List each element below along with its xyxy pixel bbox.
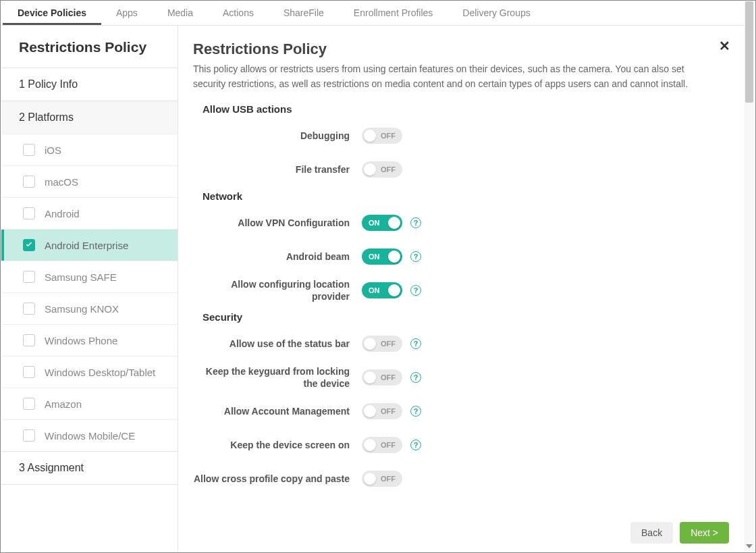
page-description: This policy allows or restricts users fr… xyxy=(193,62,693,91)
toggle-switch[interactable]: OFF xyxy=(362,437,402,453)
platform-label: Samsung SAFE xyxy=(45,271,117,283)
toggle-knob xyxy=(364,130,376,142)
back-button[interactable]: Back xyxy=(630,522,673,544)
platform-item-android-enterprise[interactable]: Android Enterprise xyxy=(1,229,178,261)
platform-label: Windows Phone xyxy=(45,335,117,346)
platform-checkbox[interactable] xyxy=(23,302,35,315)
toggle-state-label: ON xyxy=(369,219,380,227)
sidebar-title: Restrictions Policy xyxy=(1,26,178,68)
platform-label: Samsung KNOX xyxy=(45,303,119,315)
help-icon[interactable]: ? xyxy=(410,217,421,228)
toggle-state-label: OFF xyxy=(381,340,396,348)
top-tab-actions[interactable]: Actions xyxy=(208,1,269,25)
platform-checkbox[interactable] xyxy=(23,239,35,251)
help-icon[interactable]: ? xyxy=(410,285,421,296)
toggle-state-label: ON xyxy=(369,286,380,294)
toggle-state-label: OFF xyxy=(381,373,396,381)
toggle-state-label: ON xyxy=(369,253,380,261)
toggle-knob xyxy=(388,251,400,263)
setting-row: File transferOFF xyxy=(193,155,717,184)
toggle-switch[interactable]: ON xyxy=(362,248,402,265)
platform-item-android[interactable]: Android xyxy=(1,197,178,229)
platform-label: Android xyxy=(45,208,80,219)
top-tab-apps[interactable]: Apps xyxy=(101,1,153,25)
page-scrollbar[interactable] xyxy=(744,1,755,552)
toggle-knob xyxy=(388,217,400,229)
toggle-state-label: OFF xyxy=(381,165,396,174)
platform-label: Windows Desktop/Tablet xyxy=(45,367,155,378)
setting-row: Keep the device screen onOFF? xyxy=(193,431,717,459)
setting-row: Allow use of the status barOFF? xyxy=(193,330,717,358)
platform-item-samsung-knox[interactable]: Samsung KNOX xyxy=(1,292,178,324)
toggle-knob xyxy=(364,405,376,417)
platform-item-amazon[interactable]: Amazon xyxy=(1,388,178,419)
toggle-knob xyxy=(364,338,376,350)
setting-row: Keep the keyguard from locking the devic… xyxy=(193,363,717,392)
group-header: Security xyxy=(202,311,717,323)
platform-item-windows-desktop-tablet[interactable]: Windows Desktop/Tablet xyxy=(1,356,178,388)
toggle-switch[interactable]: OFF xyxy=(362,369,402,386)
top-tab-media[interactable]: Media xyxy=(153,1,208,25)
toggle-switch[interactable]: ON xyxy=(362,215,402,231)
setting-row: Allow cross profile copy and pasteOFF xyxy=(193,465,717,493)
setting-row: Allow configuring location providerON? xyxy=(193,276,717,305)
setting-label: Allow VPN Configuration xyxy=(193,217,362,229)
platform-label: macOS xyxy=(45,176,78,188)
toggle-knob xyxy=(388,284,400,296)
platform-label: Android Enterprise xyxy=(45,240,128,251)
platform-checkbox[interactable] xyxy=(23,271,35,283)
wizard-footer: Back Next > xyxy=(178,514,744,552)
sidebar-step-assignment[interactable]: 3 Assignment xyxy=(1,451,178,485)
scrollbar-thumb[interactable] xyxy=(745,1,753,103)
platform-item-windows-mobile-ce[interactable]: Windows Mobile/CE xyxy=(1,419,178,451)
top-tab-delivery-groups[interactable]: Delivery Groups xyxy=(448,1,545,25)
platform-checkbox[interactable] xyxy=(23,176,35,188)
sidebar-step-platforms[interactable]: 2 Platforms xyxy=(1,101,178,134)
next-button[interactable]: Next > xyxy=(680,522,729,544)
toggle-switch[interactable]: OFF xyxy=(362,161,402,178)
help-icon[interactable]: ? xyxy=(410,372,421,383)
close-icon[interactable]: ✕ xyxy=(719,38,730,54)
sidebar-step-policy-info[interactable]: 1 Policy Info xyxy=(1,68,178,101)
platform-checkbox[interactable] xyxy=(23,334,35,346)
top-tab-enrollment-profiles[interactable]: Enrollment Profiles xyxy=(339,1,448,25)
top-tab-device-policies[interactable]: Device Policies xyxy=(3,1,101,25)
setting-label: Debugging xyxy=(193,130,362,142)
wizard-sidebar: Restrictions Policy 1 Policy Info 2 Plat… xyxy=(1,26,178,552)
setting-label: Keep the keyguard from locking the devic… xyxy=(193,365,362,390)
platform-item-windows-phone[interactable]: Windows Phone xyxy=(1,324,178,356)
setting-label: Allow configuring location provider xyxy=(193,278,362,302)
platform-checkbox[interactable] xyxy=(23,429,35,442)
toggle-knob xyxy=(364,439,376,451)
setting-label: Android beam xyxy=(193,251,362,263)
main-content: Restrictions Policy This policy allows o… xyxy=(178,26,744,514)
group-header: Allow USB actions xyxy=(202,103,717,115)
help-icon[interactable]: ? xyxy=(410,440,421,450)
toggle-knob xyxy=(364,163,376,176)
platform-item-macos[interactable]: macOS xyxy=(1,165,178,197)
platform-item-samsung-safe[interactable]: Samsung SAFE xyxy=(1,261,178,292)
setting-label: Allow Account Management xyxy=(193,405,362,417)
setting-row: Allow Account ManagementOFF? xyxy=(193,397,717,425)
platform-checkbox[interactable] xyxy=(23,398,35,410)
toggle-switch[interactable]: OFF xyxy=(362,403,402,419)
platform-label: iOS xyxy=(45,144,61,156)
toggle-switch[interactable]: OFF xyxy=(362,471,402,487)
help-icon[interactable]: ? xyxy=(410,338,421,349)
platform-item-ios[interactable]: iOS xyxy=(1,134,178,165)
scroll-down-icon[interactable] xyxy=(744,541,755,552)
help-icon[interactable]: ? xyxy=(410,406,421,417)
toggle-switch[interactable]: OFF xyxy=(362,336,402,352)
platform-checkbox[interactable] xyxy=(23,144,35,156)
setting-label: Allow use of the status bar xyxy=(193,338,362,350)
platform-checkbox[interactable] xyxy=(23,207,35,219)
toggle-switch[interactable]: OFF xyxy=(362,128,402,144)
top-tab-sharefile[interactable]: ShareFile xyxy=(269,1,339,25)
setting-label: Allow cross profile copy and paste xyxy=(193,473,362,485)
setting-label: File transfer xyxy=(193,163,362,176)
toggle-knob xyxy=(364,473,376,485)
help-icon[interactable]: ? xyxy=(410,251,421,262)
toggle-state-label: OFF xyxy=(381,132,396,140)
toggle-switch[interactable]: ON xyxy=(362,282,402,298)
platform-checkbox[interactable] xyxy=(23,366,35,378)
